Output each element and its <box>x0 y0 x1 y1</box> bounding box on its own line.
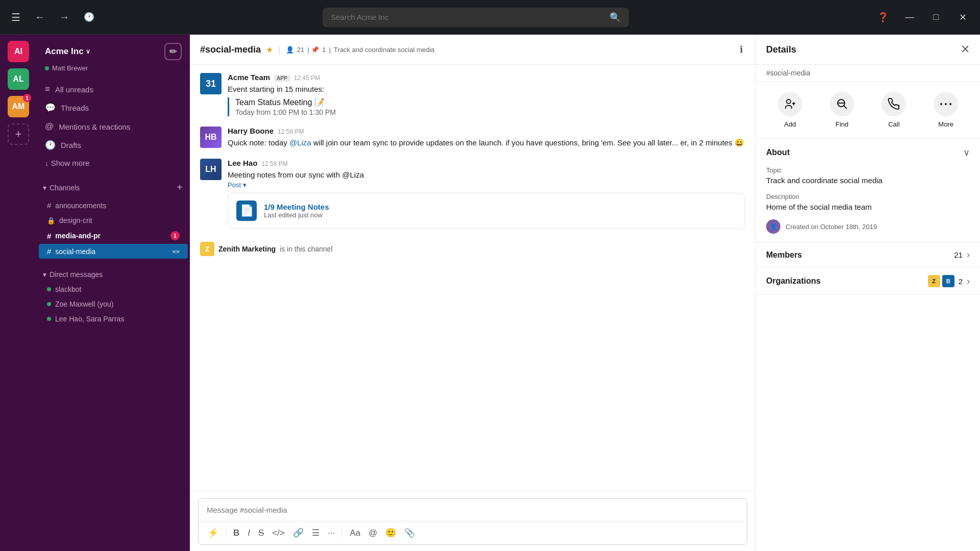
list-button[interactable]: ☰ <box>309 525 323 540</box>
channel-lock-icon: 🔒 <box>47 217 55 224</box>
message-content: Acme Team APP 12:45 PM Event starting in… <box>228 73 745 116</box>
svg-point-7 <box>945 103 947 105</box>
link-button[interactable]: 🔗 <box>290 525 307 540</box>
topic-label: Topic <box>766 166 970 174</box>
add-member-icon <box>778 92 802 116</box>
details-call-action[interactable]: Call <box>881 92 906 128</box>
channel-unread-badge: 1 <box>170 231 180 240</box>
workspace-avatar-al[interactable]: AL <box>8 68 29 90</box>
star-icon[interactable]: ★ <box>266 45 273 55</box>
toolbar-separator <box>342 528 342 538</box>
header-topic-divider: | <box>329 46 330 54</box>
search-bar: 🔍 <box>323 8 629 27</box>
maximize-button[interactable]: □ <box>927 8 945 27</box>
header-divider: | <box>278 44 281 55</box>
event-card: Team Status Meeting 📝 Today from 1:00 PM… <box>228 97 745 116</box>
channel-item-design-crit[interactable]: 🔒 design-crit <box>39 213 188 228</box>
created-text: Created on October 18th, 2019 <box>786 223 877 231</box>
user-status: Matt Brewer <box>37 64 190 78</box>
svg-point-8 <box>949 103 951 105</box>
forward-button[interactable]: → <box>56 8 72 26</box>
message-group: HB Harry Boone 12:58 PM Quick note: toda… <box>200 127 745 149</box>
window-close-button[interactable]: ✕ <box>953 8 972 27</box>
threads-icon: 💬 <box>45 103 56 113</box>
orgs-row-right: Z B 2 › <box>928 275 970 287</box>
message-group: 31 Acme Team APP 12:45 PM Event starting… <box>200 73 745 116</box>
workspace-name[interactable]: Acme Inc ∨ <box>45 46 90 57</box>
post-title: 1/9 Meeting Notes <box>264 203 329 211</box>
workspace-avatar-am[interactable]: AM 1 <box>8 96 29 117</box>
channel-item-media-and-pr[interactable]: # media-and-pr 1 <box>39 228 188 243</box>
dm-online-dot <box>47 317 51 321</box>
bold-button[interactable]: B <box>230 526 242 540</box>
sidebar-item-threads[interactable]: 💬 Threads <box>37 98 190 117</box>
event-title-link[interactable]: Team Status Meeting 📝 <box>235 97 325 107</box>
back-button[interactable]: ← <box>32 8 48 26</box>
find-action-label: Find <box>836 120 848 128</box>
dm-item-slackbot[interactable]: slackbot <box>39 282 188 296</box>
details-actions: Add Find Call More <box>756 82 980 139</box>
channels-section-header[interactable]: ▾ Channels + <box>37 178 190 197</box>
chat-header: #social-media ★ | 👤 21 | 📌 1 | Track and… <box>190 35 755 65</box>
minimize-button[interactable]: — <box>900 8 919 27</box>
post-attachment[interactable]: 📄 1/9 Meeting Notes Last edited just now <box>228 193 745 229</box>
message-input[interactable] <box>199 498 747 521</box>
pin-icon: | 📌 <box>307 46 319 54</box>
description-label: Description <box>766 193 970 201</box>
members-row-right: 21 › <box>954 249 970 260</box>
topbar: ☰ ← → 🕐 🔍 ❓ — □ ✕ <box>0 0 980 35</box>
sidebar-item-all-unreads[interactable]: ≡ All unreads <box>37 80 190 98</box>
details-find-action[interactable]: Find <box>830 92 854 128</box>
system-message: Z Zenith Marketing is in this channel <box>200 239 745 259</box>
mention-button[interactable]: @ <box>365 526 380 540</box>
members-chevron-icon: › <box>967 249 970 260</box>
attach-button[interactable]: 📎 <box>401 525 418 540</box>
members-row[interactable]: Members 21 › <box>756 242 980 268</box>
details-more-action[interactable]: More <box>934 92 958 128</box>
more-action-label: More <box>938 120 953 128</box>
compose-button[interactable]: ✏ <box>164 43 182 60</box>
dm-item-lee-sara[interactable]: Lee Hao, Sara Parras <box>39 312 188 326</box>
toolbar-separator <box>226 528 226 538</box>
add-channel-button[interactable]: + <box>176 181 184 194</box>
main-layout: AI AL AM 1 + Acme Inc ∨ ✏ Matt Brewer ≡ … <box>0 35 980 551</box>
dm-item-zoe[interactable]: Zoe Maxwell (you) <box>39 297 188 311</box>
lee-avatar: LH <box>200 159 222 180</box>
app-badge: APP <box>274 75 290 82</box>
organizations-row[interactable]: Organizations Z B 2 › <box>756 268 980 295</box>
add-action-label: Add <box>784 120 796 128</box>
italic-button[interactable]: I <box>244 526 253 540</box>
details-panel-title: Details <box>766 44 796 55</box>
search-input[interactable] <box>331 13 604 21</box>
channel-item-social-media[interactable]: # social-media «» <box>39 244 188 259</box>
header-meta: 👤 21 | 📌 1 | Track and coordinate social… <box>286 46 435 54</box>
code-button[interactable]: </> <box>269 526 288 540</box>
sidebar-item-mentions[interactable]: @ Mentions & reactions <box>37 117 190 136</box>
details-panel-close-button[interactable]: ✕ <box>961 43 970 56</box>
sidebar-item-show-more[interactable]: ↓ Show more <box>37 155 190 171</box>
history-button[interactable]: 🕐 <box>81 9 97 26</box>
harry-avatar: HB <box>200 127 222 148</box>
dm-section-header[interactable]: ▾ Direct messages <box>37 267 190 282</box>
post-dropdown-button[interactable]: Post ▾ <box>228 181 745 189</box>
channel-info-button[interactable]: ℹ <box>738 42 745 57</box>
sidebar-item-drafts[interactable]: 🕐 Drafts <box>37 136 190 155</box>
message-header: Harry Boone 12:58 PM <box>228 127 745 135</box>
search-icon[interactable]: 🔍 <box>609 12 621 23</box>
workspace-avatar-acme[interactable]: AI <box>8 41 29 62</box>
post-subtitle: Last edited just now <box>264 211 329 219</box>
emoji-button[interactable]: 🙂 <box>382 525 399 540</box>
details-add-action[interactable]: Add <box>778 92 802 128</box>
text-size-button[interactable]: Aa <box>347 526 363 540</box>
lightning-button[interactable]: ⚡ <box>205 525 222 540</box>
mention-liza[interactable]: @Liza <box>289 138 311 147</box>
channel-item-announcements[interactable]: # announcements <box>39 198 188 213</box>
find-icon <box>830 92 854 116</box>
help-button[interactable]: ❓ <box>874 8 892 27</box>
hamburger-menu-button[interactable]: ☰ <box>8 8 23 27</box>
strikethrough-button[interactable]: S <box>255 526 267 540</box>
more-formatting-button[interactable]: ··· <box>325 526 338 540</box>
workspace-sidebar: AI AL AM 1 + <box>0 35 37 551</box>
add-workspace-button[interactable]: + <box>8 123 29 145</box>
about-section-header[interactable]: About ∨ <box>756 139 980 166</box>
